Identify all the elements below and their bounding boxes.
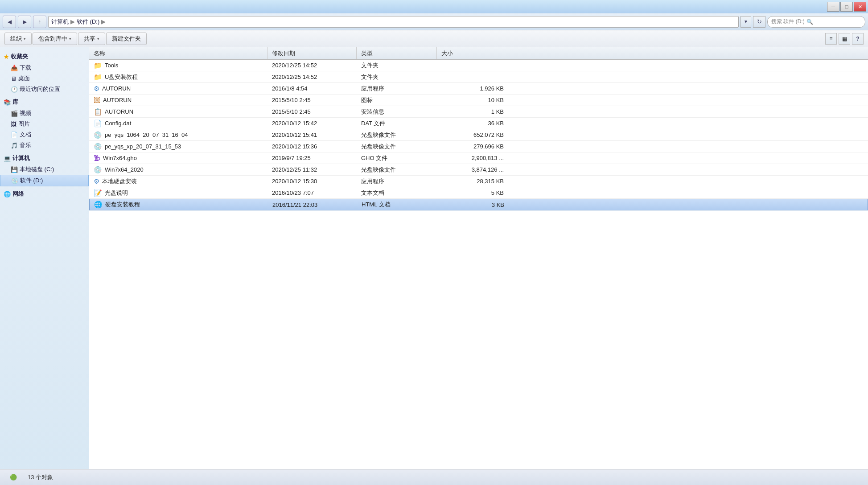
refresh-button[interactable]: ↻	[753, 16, 765, 28]
file-date-cell: 2020/10/12 15:30	[267, 178, 357, 185]
breadcrumb-computer[interactable]: 计算机	[51, 18, 69, 26]
share-button[interactable]: 共享 ▾	[78, 33, 105, 45]
file-name: Win7x64.gho	[103, 155, 137, 161]
table-row[interactable]: 💿 Win7x64_2020 2020/12/25 11:32 光盘映像文件 3…	[89, 164, 868, 176]
file-name: 光盘说明	[105, 189, 128, 197]
music-label: 音乐	[20, 141, 31, 149]
back-button[interactable]: ◀	[3, 16, 16, 28]
table-row[interactable]: 📝 光盘说明 2016/10/23 7:07 文本文档 5 KB	[89, 187, 868, 199]
main-layout: ★ 收藏夹 📥 下载 🖥 桌面 🕐 最近访问的位置 📚 库 �	[0, 47, 868, 469]
file-date-cell: 2015/5/10 2:45	[267, 97, 357, 103]
file-name: pe_yqs_1064_20_07_31_16_04	[105, 132, 188, 138]
file-date-cell: 2020/12/25 14:52	[267, 74, 357, 80]
downloads-label: 下载	[20, 64, 31, 72]
help-button[interactable]: ?	[852, 33, 864, 45]
network-icon: 🌐	[4, 191, 11, 197]
file-date-cell: 2016/11/21 22:03	[268, 201, 357, 208]
file-name: AUTORUN	[103, 97, 132, 103]
file-date-cell: 2020/12/25 11:32	[267, 166, 357, 173]
sidebar-item-c-drive[interactable]: 💾 本地磁盘 (C:)	[0, 164, 89, 175]
breadcrumb-sep-2: ▶	[101, 18, 106, 25]
recent-icon: 🕐	[11, 86, 18, 93]
computer-label: 计算机	[12, 154, 30, 162]
recent-label: 最近访问的位置	[20, 85, 60, 93]
include-button[interactable]: 包含到库中 ▾	[33, 33, 77, 45]
sidebar-section-computer: 💻 计算机 💾 本地磁盘 (C:) 💿 软件 (D:)	[0, 152, 89, 186]
table-row[interactable]: 📁 Tools 2020/12/25 14:52 文件夹	[89, 60, 868, 71]
search-box[interactable]: 搜索 软件 (D:) 🔍	[767, 16, 865, 28]
sidebar-item-downloads[interactable]: 📥 下载	[0, 62, 89, 73]
file-icon: 💿	[94, 166, 102, 174]
close-button[interactable]: ✕	[854, 2, 866, 12]
sidebar-item-recent[interactable]: 🕐 最近访问的位置	[0, 84, 89, 95]
share-arrow: ▾	[97, 37, 99, 41]
file-icon: 📁	[94, 62, 102, 70]
file-name: 硬盘安装教程	[105, 201, 140, 209]
address-dropdown[interactable]: ▼	[740, 16, 751, 28]
new-folder-label: 新建文件夹	[112, 35, 141, 43]
maximize-button[interactable]: □	[840, 2, 853, 12]
table-row[interactable]: 📁 U盘安装教程 2020/12/25 14:52 文件夹	[89, 71, 868, 83]
file-type-cell: 安装信息	[357, 108, 437, 116]
file-size-cell: 1,926 KB	[437, 85, 508, 92]
view-list-button[interactable]: ≡	[825, 33, 837, 45]
sidebar-header-network[interactable]: 🌐 网络	[0, 188, 89, 200]
view-icon-button[interactable]: ▦	[839, 33, 850, 45]
file-type-cell: 光盘映像文件	[357, 131, 437, 139]
file-icon: ⚙	[94, 85, 99, 93]
file-size-cell: 3 KB	[437, 201, 509, 208]
organize-button[interactable]: 组织 ▾	[4, 33, 32, 45]
sidebar: ★ 收藏夹 📥 下载 🖥 桌面 🕐 最近访问的位置 📚 库 �	[0, 47, 89, 469]
table-row[interactable]: 💿 pe_yqs_1064_20_07_31_16_04 2020/10/12 …	[89, 129, 868, 141]
file-name-cell: ⚙ 本地硬盘安装	[89, 177, 267, 185]
address-path[interactable]: 计算机 ▶ 软件 (D:) ▶	[48, 16, 739, 28]
table-row[interactable]: 💿 pe_yqs_xp_20_07_31_15_53 2020/10/12 15…	[89, 141, 868, 152]
file-icon: 📝	[94, 189, 102, 197]
file-type-cell: DAT 文件	[357, 119, 437, 127]
sidebar-header-library[interactable]: 📚 库	[0, 96, 89, 108]
titlebar: ─ □ ✕	[0, 0, 868, 13]
file-date-cell: 2020/12/25 14:52	[267, 62, 357, 69]
file-name-cell: 🖼 AUTORUN	[89, 96, 267, 104]
table-row[interactable]: 🖼 AUTORUN 2015/5/10 2:45 图标 10 KB	[89, 95, 868, 106]
column-type[interactable]: 类型	[357, 47, 437, 59]
addressbar: ◀ ▶ ↑ 计算机 ▶ 软件 (D:) ▶ ▼ ↻ 搜索 软件 (D:) 🔍	[0, 13, 868, 30]
sidebar-item-video[interactable]: 🎬 视频	[0, 108, 89, 119]
file-date-cell: 2016/10/23 7:07	[267, 189, 357, 196]
breadcrumb-d-drive[interactable]: 软件 (D:)	[77, 18, 99, 26]
table-row[interactable]: ⚙ 本地硬盘安装 2020/10/12 15:30 应用程序 28,315 KB	[89, 176, 868, 187]
sidebar-item-document[interactable]: 📄 文档	[0, 129, 89, 140]
c-drive-icon: 💾	[11, 166, 18, 173]
file-icon: 📄	[94, 119, 102, 127]
sidebar-item-picture[interactable]: 🖼 图片	[0, 119, 89, 129]
toolbar: 组织 ▾ 包含到库中 ▾ 共享 ▾ 新建文件夹 ≡ ▦ ?	[0, 30, 868, 47]
table-row[interactable]: 📋 AUTORUN 2015/5/10 2:45 安装信息 1 KB	[89, 106, 868, 118]
up-button[interactable]: ↑	[33, 16, 46, 28]
document-icon: 📄	[11, 132, 18, 138]
file-size-cell: 36 KB	[437, 120, 508, 127]
table-row[interactable]: 📄 Config.dat 2020/10/12 15:42 DAT 文件 36 …	[89, 118, 868, 129]
file-icon: 🖼	[94, 96, 100, 104]
file-size-cell: 10 KB	[437, 97, 508, 103]
sidebar-item-music[interactable]: 🎵 音乐	[0, 140, 89, 151]
table-row[interactable]: ⚙ AUTORUN 2016/1/8 4:54 应用程序 1,926 KB	[89, 83, 868, 95]
column-date[interactable]: 修改日期	[267, 47, 357, 59]
minimize-button[interactable]: ─	[827, 2, 839, 12]
file-name-cell: 🗜 Win7x64.gho	[89, 154, 267, 162]
column-name[interactable]: 名称	[89, 47, 267, 59]
view-controls: ≡ ▦ ?	[825, 33, 864, 45]
new-folder-button[interactable]: 新建文件夹	[106, 33, 147, 45]
statusbar-app-icon: 🟢	[4, 470, 22, 485]
file-date-cell: 2020/10/12 15:41	[267, 132, 357, 138]
sidebar-item-d-drive[interactable]: 💿 软件 (D:)	[0, 175, 89, 186]
column-size[interactable]: 大小	[437, 47, 508, 59]
sidebar-header-favorites[interactable]: ★ 收藏夹	[0, 51, 89, 62]
forward-button[interactable]: ▶	[18, 16, 31, 28]
table-row[interactable]: 🌐 硬盘安装教程 2016/11/21 22:03 HTML 文档 3 KB	[89, 199, 868, 210]
sidebar-item-desktop[interactable]: 🖥 桌面	[0, 73, 89, 84]
sidebar-header-computer[interactable]: 💻 计算机	[0, 152, 89, 164]
favorites-icon: ★	[4, 53, 9, 60]
picture-icon: 🖼	[11, 121, 16, 127]
file-name-cell: 📁 U盘安装教程	[89, 73, 267, 81]
table-row[interactable]: 🗜 Win7x64.gho 2019/9/7 19:25 GHO 文件 2,90…	[89, 152, 868, 164]
